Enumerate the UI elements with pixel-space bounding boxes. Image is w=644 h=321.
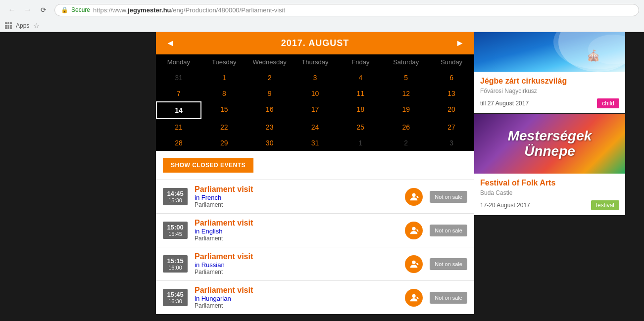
not-on-sale-button-0[interactable]: Not on sale	[430, 191, 467, 203]
right-sidebar: 🎪 Jégbe zárt cirkuszvilág Fővárosi Nagyc…	[474, 32, 625, 314]
sidebar-card-footer-1: till 27 August 2017 child	[480, 98, 619, 108]
event-time-end-1: 15:45	[167, 231, 184, 237]
calendar-day-3-5[interactable]: 26	[383, 119, 429, 135]
secure-label: Secure	[71, 6, 90, 13]
svg-point-6	[412, 260, 416, 264]
calendar-day-4-1[interactable]: 29	[201, 135, 247, 151]
event-time-3: 15:45 16:30	[163, 289, 188, 306]
calendar-day-0-2[interactable]: 2	[247, 70, 293, 86]
calendar-day-1-5[interactable]: 12	[383, 86, 429, 101]
event-item-0[interactable]: 14:45 15:30 Parliament visit in French P…	[156, 180, 474, 213]
calendar-grid: Monday Tuesday Wednesday Thursday Friday…	[156, 54, 474, 151]
not-on-sale-button-1[interactable]: Not on sale	[430, 225, 467, 236]
calendar-title: 2017. AUGUST	[281, 38, 349, 48]
calendar-day-4-0[interactable]: 28	[156, 135, 201, 151]
event-lang-3: in Hungarian	[195, 295, 398, 302]
folk-arts-overlay-text: MesterségekÜnnepe	[508, 129, 592, 159]
calendar-day-2-2[interactable]: 16	[247, 101, 293, 119]
calendar-day-2-5[interactable]: 19	[383, 101, 429, 119]
calendar-day-1-4[interactable]: 11	[338, 86, 383, 101]
event-title-3: Parliament visit	[195, 286, 398, 295]
calendar-day-2-3[interactable]: 17	[293, 101, 338, 119]
not-on-sale-button-3[interactable]: Not on sale	[430, 292, 467, 304]
calendar-day-3-0[interactable]: 21	[156, 119, 201, 135]
event-title-2: Parliament visit	[195, 252, 398, 261]
calendar-day-0-5[interactable]: 5	[383, 70, 429, 86]
event-time-start-3: 15:45	[167, 291, 184, 298]
event-icon-3	[405, 289, 423, 307]
sidebar-card-date-1: till 27 August 2017	[480, 100, 529, 107]
sidebar-card-subtitle-2: Buda Castle	[480, 189, 619, 196]
svg-point-3	[412, 227, 416, 230]
calendar-day-1-6[interactable]: 13	[429, 86, 474, 101]
event-time-start-0: 14:45	[167, 190, 184, 197]
calendar-day-4-2[interactable]: 30	[247, 135, 293, 151]
back-button[interactable]: ←	[5, 3, 19, 17]
calendar-day-3-2[interactable]: 23	[247, 119, 293, 135]
calendar-day-0-1[interactable]: 1	[201, 70, 247, 86]
apps-bar: Apps ☆	[0, 20, 644, 32]
calendar-day-1-1[interactable]: 8	[201, 86, 247, 101]
event-icon-0	[405, 188, 423, 206]
calendar-day-3-1[interactable]: 22	[201, 119, 247, 135]
event-item-1[interactable]: 15:00 15:45 Parliament visit in English …	[156, 213, 474, 247]
show-closed-button[interactable]: SHOW CLOSED EVENTS	[163, 158, 253, 173]
sidebar-card-date-2: 17-20 August 2017	[480, 202, 530, 209]
calendar-day-4-4: 1	[338, 135, 383, 151]
event-item-2[interactable]: 15:15 16:00 Parliament visit in Russian …	[156, 247, 474, 280]
content-area: ◄ 2017. AUGUST ► Monday Tuesday Wednesda…	[0, 32, 644, 314]
calendar-day-2-6[interactable]: 20	[429, 101, 474, 119]
calendar-day-0-3[interactable]: 3	[293, 70, 338, 86]
calendar-day-2-1[interactable]: 15	[201, 101, 247, 119]
event-item-3[interactable]: 15:45 16:30 Parliament visit in Hungaria…	[156, 280, 474, 314]
calendar-week-2: 14151617181920	[156, 101, 474, 119]
calendar-day-4-5: 2	[383, 135, 429, 151]
refresh-button[interactable]: ⟳	[37, 3, 50, 17]
calendar-day-0-6[interactable]: 6	[429, 70, 474, 86]
svg-text:🎪: 🎪	[587, 49, 600, 62]
calendar-day-1-3[interactable]: 10	[293, 86, 338, 101]
calendar-day-3-4[interactable]: 25	[338, 119, 383, 135]
calendar-day-2-0[interactable]: 14	[156, 101, 201, 119]
calendar-week-0: 31123456	[156, 70, 474, 86]
event-time-2: 15:15 16:00	[163, 255, 188, 273]
calendar-week-3: 21222324252627	[156, 119, 474, 135]
forward-button[interactable]: →	[21, 3, 35, 17]
calendar-prev-button[interactable]: ◄	[166, 38, 175, 48]
sidebar-card-ice-circus[interactable]: 🎪 Jégbe zárt cirkuszvilág Fővárosi Nagyc…	[474, 32, 625, 113]
calendar-day-4-6: 3	[429, 135, 474, 151]
calendar-day-0-4[interactable]: 4	[338, 70, 383, 86]
apps-label: Apps	[16, 22, 29, 29]
not-on-sale-button-2[interactable]: Not on sale	[430, 258, 467, 270]
address-bar[interactable]: 🔒 Secure https://www.jegymester.hu/eng/P…	[54, 4, 639, 16]
day-thursday: Thursday	[293, 54, 338, 70]
sidebar-card-title-1: Jégbe zárt cirkuszvilág	[480, 77, 619, 86]
sidebar-card-folk-arts[interactable]: MesterségekÜnnepe Festival of Folk Arts …	[474, 114, 625, 215]
calendar-day-2-4[interactable]: 18	[338, 101, 383, 119]
ice-circus-image: 🎪	[474, 32, 625, 72]
sidebar-card-footer-2: 17-20 August 2017 festival	[480, 200, 619, 210]
event-details-3: Parliament visit in Hungarian Parliament	[195, 286, 398, 309]
calendar-day-3-6[interactable]: 27	[429, 119, 474, 135]
event-lang-1: in English	[195, 228, 398, 235]
events-section: SHOW CLOSED EVENTS 14:45 15:30 Parliamen…	[156, 151, 474, 314]
svg-point-0	[412, 193, 416, 196]
events-list: 14:45 15:30 Parliament visit in French P…	[156, 180, 474, 314]
event-venue-0: Parliament	[195, 201, 398, 208]
calendar-day-1-2[interactable]: 9	[247, 86, 293, 101]
day-sunday: Sunday	[429, 54, 474, 70]
event-time-start-1: 15:00	[167, 224, 184, 231]
sidebar-card-body-2: Festival of Folk Arts Buda Castle 17-20 …	[474, 174, 625, 215]
calendar-next-button[interactable]: ►	[455, 38, 464, 48]
calendar-weeks: 3112345678910111213141516171819202122232…	[156, 70, 474, 151]
nav-buttons: ← → ⟳	[5, 3, 50, 17]
calendar-day-1-0[interactable]: 7	[156, 86, 201, 101]
sidebar-card-body-1: Jégbe zárt cirkuszvilág Fővárosi Nagycir…	[474, 72, 625, 113]
secure-icon: 🔒	[61, 6, 68, 13]
child-tag: child	[597, 98, 619, 108]
calendar-day-4-3[interactable]: 31	[293, 135, 338, 151]
day-friday: Friday	[338, 54, 383, 70]
calendar-week-4: 28293031123	[156, 135, 474, 151]
calendar-day-3-3[interactable]: 24	[293, 119, 338, 135]
event-details-1: Parliament visit in English Parliament	[195, 219, 398, 242]
